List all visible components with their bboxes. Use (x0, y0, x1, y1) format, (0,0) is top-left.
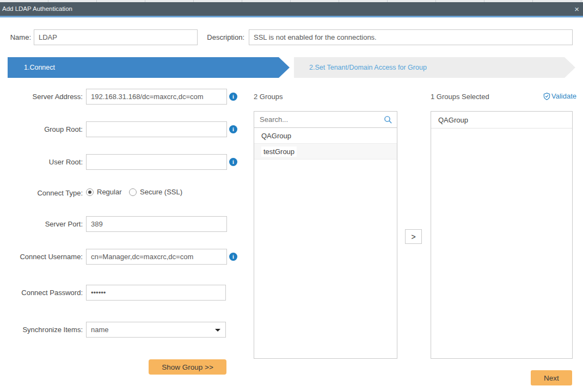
user-root-input[interactable] (86, 154, 227, 170)
show-group-button[interactable]: Show Group >> (149, 359, 226, 375)
group-search-input[interactable] (254, 112, 397, 127)
add-ldap-authentication-dialog: Add LDAP Authentication × Name: Descript… (0, 0, 583, 392)
description-label: Description: (202, 33, 244, 41)
info-icon[interactable] (229, 125, 237, 133)
move-right-button[interactable]: > (405, 229, 422, 244)
info-icon[interactable] (229, 93, 237, 101)
chevron-down-icon (215, 329, 220, 332)
group-root-label: Group Root: (0, 125, 83, 133)
groups-count-label: 2 Groups (254, 93, 283, 101)
connect-password-input[interactable] (86, 285, 226, 301)
radio-unselected-icon (129, 188, 137, 196)
titlebar-accent-line (0, 16, 583, 17)
connect-type-ssl-radio[interactable]: Secure (SSL) (129, 188, 182, 196)
description-input[interactable] (249, 29, 573, 45)
shield-check-icon (543, 93, 550, 100)
connect-type-label: Connect Type: (0, 189, 83, 197)
server-address-input[interactable] (86, 89, 227, 105)
radio-label-ssl: Secure (SSL) (140, 188, 182, 196)
connect-type-regular-radio[interactable]: Regular (86, 188, 122, 196)
dialog-titlebar: Add LDAP Authentication × (0, 2, 583, 16)
next-button[interactable]: Next (531, 370, 572, 385)
selected-groups-list: QAGroup (431, 111, 573, 359)
group-root-input[interactable] (86, 121, 227, 137)
radio-selected-icon (86, 188, 94, 196)
user-root-label: User Root: (0, 158, 83, 166)
tab-step1-connect[interactable]: 1.Connect (8, 57, 290, 78)
dialog-title: Add LDAP Authentication (2, 2, 72, 16)
info-icon[interactable] (229, 253, 237, 261)
selected-groups-count-label: 1 Groups Selected (431, 93, 489, 101)
validate-label: Validate (551, 92, 576, 100)
search-icon (384, 115, 392, 124)
server-port-label: Server Port: (0, 220, 83, 228)
server-address-label: Server Address: (0, 93, 83, 101)
info-icon[interactable] (229, 158, 237, 166)
connect-password-label: Connect Password: (0, 289, 83, 297)
radio-label-regular: Regular (97, 188, 122, 196)
synchronize-items-select[interactable]: name (86, 322, 226, 338)
server-port-input[interactable] (86, 216, 227, 232)
selected-item-qagroup[interactable]: QAGroup (431, 112, 572, 128)
groups-list: QAGroup testGroup (254, 111, 397, 359)
connect-username-label: Connect Username: (0, 253, 83, 261)
connect-username-input[interactable] (86, 249, 227, 265)
synchronize-items-value: name (91, 326, 109, 334)
group-search-row (254, 112, 397, 128)
synchronize-items-label: Synchronize Items: (0, 326, 83, 334)
list-item-qagroup[interactable]: QAGroup (254, 128, 397, 144)
list-item-testgroup[interactable]: testGroup (254, 144, 397, 160)
name-label: Name: (0, 33, 31, 41)
tab-step2-tenant-domain-access[interactable]: 2.Set Tenant/Domain Access for Group (294, 57, 575, 78)
name-input[interactable] (34, 29, 198, 45)
close-icon[interactable]: × (574, 2, 579, 16)
validate-link[interactable]: Validate (543, 92, 576, 100)
